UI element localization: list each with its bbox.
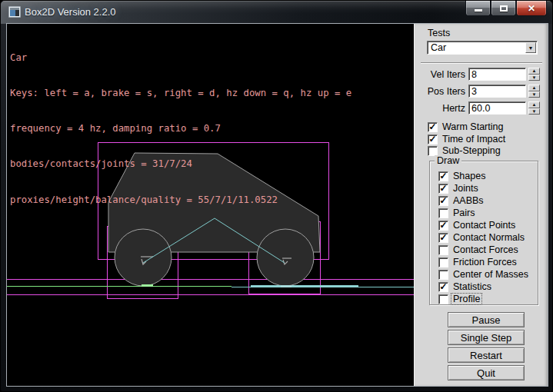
checkbox-label: Joints xyxy=(453,183,478,194)
hertz-label: Hertz xyxy=(415,103,465,114)
restart-button[interactable]: Restart xyxy=(448,347,525,363)
spin-down-button[interactable]: ▼ xyxy=(528,75,540,81)
stats-line-frequency: frequency = 4 hz, damping ratio = 0.7 xyxy=(10,123,351,135)
aabbs-checkbox[interactable]: ✓ AABBs xyxy=(438,195,484,206)
app-icon-dark-pane xyxy=(15,10,19,16)
checkbox-box: ✓ xyxy=(438,196,448,206)
checkbox-label: Contact Normals xyxy=(453,232,525,243)
close-icon: ✕ xyxy=(528,2,535,15)
window-controls: ✕ xyxy=(465,1,547,16)
tests-label: Tests xyxy=(428,28,450,38)
contact-normals-checkbox[interactable]: ✓ Contact Normals xyxy=(438,232,525,243)
warm-starting-checkbox[interactable]: ✓ Warm Starting xyxy=(428,121,503,132)
quit-button-label: Quit xyxy=(477,367,495,379)
checkbox-box: ✓ xyxy=(438,294,448,304)
checkbox-label: Contact Points xyxy=(453,220,515,231)
checkbox-box: ✓ xyxy=(438,184,448,194)
wheel-front-shape xyxy=(257,229,314,286)
statistics-checkbox[interactable]: ✓ Statistics xyxy=(438,281,491,292)
contact-point-rear xyxy=(142,284,153,287)
checkmark-icon: ✓ xyxy=(439,234,447,241)
checkbox-box: ✓ xyxy=(438,282,448,292)
contact-forces-checkbox[interactable]: ✓ Contact Forces xyxy=(438,244,518,255)
arrow-down-icon: ▼ xyxy=(532,92,537,97)
close-button[interactable]: ✕ xyxy=(516,1,547,16)
checkbox-box: ✓ xyxy=(438,208,448,218)
checkbox-box: ✓ xyxy=(438,257,448,267)
arrow-up-icon: ▲ xyxy=(532,85,537,90)
spin-down-button[interactable]: ▼ xyxy=(528,108,540,115)
joints-checkbox[interactable]: ✓ Joints xyxy=(438,183,478,194)
spin-up-button[interactable]: ▲ xyxy=(528,101,540,108)
checkbox-box: ✓ xyxy=(428,122,438,132)
control-panel: Tests Car ▼ Vel Iters ▲ ▼ Pos Iters ▲ ▼ … xyxy=(414,24,548,386)
tests-selected-value: Car xyxy=(431,42,446,53)
contact-points-checkbox[interactable]: ✓ Contact Points xyxy=(438,220,515,231)
checkbox-label: Center of Masses xyxy=(453,269,528,280)
checkbox-label: Pairs xyxy=(453,208,475,218)
pos-iters-label: Pos Iters xyxy=(415,86,465,97)
checkbox-label: Sub-Stepping xyxy=(442,145,501,156)
shapes-checkbox[interactable]: ✓ Shapes xyxy=(438,171,485,181)
friction-forces-checkbox[interactable]: ✓ Friction Forces xyxy=(438,257,517,267)
pos-iters-spinner: ▲ ▼ xyxy=(528,85,540,98)
checkmark-icon: ✓ xyxy=(428,123,436,131)
dropdown-button[interactable]: ▼ xyxy=(525,42,536,53)
app-window: Box2D Version 2.2.0 ✕ xyxy=(0,0,553,392)
stats-text-block: Car Keys: left = a, brake = s, right = d… xyxy=(10,28,351,230)
contact-point-front xyxy=(281,285,291,287)
minimize-button[interactable] xyxy=(465,1,491,16)
hertz-spinner: ▲ ▼ xyxy=(528,101,540,115)
wheel-rear-shape xyxy=(115,229,172,286)
checkbox-label: Time of Impact xyxy=(442,134,505,145)
maximize-button[interactable] xyxy=(491,1,516,16)
app-icon xyxy=(8,6,21,18)
single-step-button-label: Single Step xyxy=(461,332,512,344)
spin-up-button[interactable]: ▲ xyxy=(528,68,540,75)
checkbox-label: Statistics xyxy=(453,281,491,292)
pos-iters-input[interactable] xyxy=(468,85,526,98)
checkbox-label: Warm Starting xyxy=(442,121,503,132)
spin-up-button[interactable]: ▲ xyxy=(528,85,540,91)
spin-down-button[interactable]: ▼ xyxy=(528,91,540,98)
pause-button[interactable]: Pause xyxy=(448,312,525,327)
quit-button[interactable]: Quit xyxy=(448,365,525,380)
pairs-checkbox[interactable]: ✓ Pairs xyxy=(438,208,475,218)
pause-button-label: Pause xyxy=(472,314,501,326)
checkbox-label: Profile xyxy=(451,294,481,304)
stats-line-title: Car xyxy=(10,52,351,64)
checkbox-label: Shapes xyxy=(453,171,485,181)
maximize-icon xyxy=(500,5,508,12)
checkmark-icon: ✓ xyxy=(439,197,447,204)
stats-line-bodies: bodies/contacts/joints = 31/7/24 xyxy=(10,158,351,170)
profile-checkbox[interactable]: ✓ Profile xyxy=(438,294,481,304)
restart-button-label: Restart xyxy=(470,350,502,361)
checkbox-label: Friction Forces xyxy=(453,257,517,267)
checkbox-label: Contact Forces xyxy=(453,244,518,255)
vel-iters-label: Vel Iters xyxy=(415,69,465,80)
vel-iters-input[interactable] xyxy=(468,68,526,81)
center-of-masses-checkbox[interactable]: ✓ Center of Masses xyxy=(438,269,528,280)
vel-iters-spinner: ▲ ▼ xyxy=(528,68,540,81)
app-icon-blue-pane xyxy=(10,10,15,16)
tests-dropdown[interactable]: Car ▼ xyxy=(427,41,538,55)
title-bar[interactable]: Box2D Version 2.2.0 ✕ xyxy=(1,1,552,24)
minimize-icon xyxy=(475,9,482,12)
checkbox-box: ✓ xyxy=(438,233,448,243)
chevron-down-icon: ▼ xyxy=(528,45,534,51)
arrow-down-icon: ▼ xyxy=(532,75,537,80)
simulation-viewport[interactable]: Car Keys: left = a, brake = s, right = d… xyxy=(7,24,414,386)
checkbox-box: ✓ xyxy=(438,270,448,280)
window-content: Car Keys: left = a, brake = s, right = d… xyxy=(7,24,548,386)
checkbox-box: ✓ xyxy=(428,135,438,145)
single-step-button[interactable]: Single Step xyxy=(448,330,525,345)
sub-stepping-checkbox[interactable]: ✓ Sub-Stepping xyxy=(428,145,501,156)
time-of-impact-checkbox[interactable]: ✓ Time of Impact xyxy=(428,134,505,145)
checkbox-box: ✓ xyxy=(438,245,448,255)
hertz-input[interactable] xyxy=(468,101,526,115)
window-title: Box2D Version 2.2.0 xyxy=(25,6,116,18)
checkmark-icon: ✓ xyxy=(428,135,436,143)
checkmark-icon: ✓ xyxy=(439,221,447,229)
separator xyxy=(421,62,542,64)
arrow-up-icon: ▲ xyxy=(532,102,537,107)
